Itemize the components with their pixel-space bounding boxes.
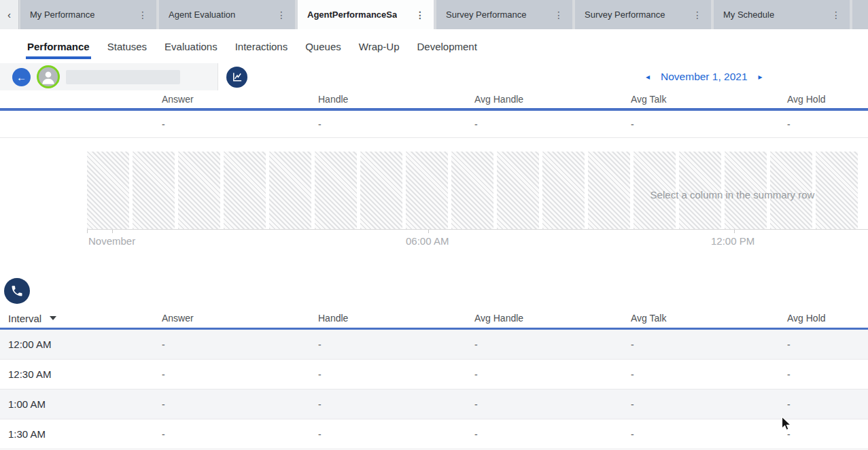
placeholder-bar: [315, 152, 357, 229]
interval-cell: 1:00 AM: [0, 398, 162, 410]
summary-cell[interactable]: -: [474, 119, 631, 130]
media-type-row: [0, 252, 868, 309]
tab-menu-icon[interactable]: ⋮: [552, 10, 566, 20]
metric-cell: -: [318, 429, 474, 440]
placeholder-bar: [224, 152, 266, 229]
window-tab-label: AgentPerformanceSa: [307, 10, 397, 20]
axis-tick: [734, 230, 735, 233]
agent-identity-bar: ←: [0, 63, 218, 90]
metric-cell: -: [474, 369, 631, 380]
window-tab[interactable]: My Schedule⋮: [714, 0, 850, 29]
metric-cell: -: [318, 399, 474, 410]
metric-cell: -: [787, 429, 868, 440]
table-row[interactable]: 12:00 AM-----: [0, 330, 868, 360]
summary-table-row[interactable]: -----: [0, 111, 868, 138]
agent-name-redacted: [66, 70, 180, 84]
window-tab-strip: ‹ My Performance⋮Agent Evaluation⋮AgentP…: [0, 0, 868, 29]
placeholder-bar: [133, 152, 175, 229]
interval-table-body: 12:00 AM-----12:30 AM-----1:00 AM-----1:…: [0, 330, 868, 449]
nav-tab-wrap-up[interactable]: Wrap-Up: [359, 29, 400, 63]
section-nav: PerformanceStatusesEvaluationsInteractio…: [0, 29, 868, 63]
placeholder-bar: [269, 152, 311, 229]
nav-tab-evaluations[interactable]: Evaluations: [164, 29, 218, 63]
summary-cell[interactable]: -: [318, 119, 474, 130]
toolbar: ← ◂ November 1, 2021 ▸: [0, 63, 868, 90]
phone-icon: [10, 284, 24, 298]
metric-cell: -: [318, 339, 474, 350]
nav-tab-interactions[interactable]: Interactions: [235, 29, 288, 63]
placeholder-bar: [451, 152, 493, 229]
window-tab[interactable]: Survey Performance⋮: [575, 0, 711, 29]
window-tabs: My Performance⋮Agent Evaluation⋮AgentPer…: [19, 0, 868, 29]
metric-cell: -: [162, 429, 318, 440]
placeholder-bar: [360, 152, 402, 229]
date-navigator: ◂ November 1, 2021 ▸: [646, 63, 763, 90]
axis-tick: [428, 230, 429, 233]
tab-scroll-left-button[interactable]: ‹: [0, 0, 19, 29]
axis-tick: [87, 230, 88, 233]
performance-chart: November 06:00 AM 12:00 PM Select a colu…: [0, 138, 868, 252]
nav-tab-queues[interactable]: Queues: [305, 29, 341, 63]
metric-cell: -: [631, 429, 787, 440]
next-day-button[interactable]: ▸: [759, 73, 763, 81]
voice-media-button[interactable]: [4, 278, 30, 304]
table-row[interactable]: 1:30 AM-----: [0, 419, 868, 449]
summary-cell[interactable]: -: [787, 119, 868, 130]
tab-menu-icon[interactable]: ⋮: [829, 10, 843, 20]
summary-column-header[interactable]: Avg Hold: [787, 94, 868, 105]
window-tab[interactable]: Survey Performance⋮: [436, 0, 572, 29]
nav-tab-performance[interactable]: Performance: [27, 29, 90, 63]
window-tab[interactable]: My Performance⋮: [20, 0, 156, 29]
table-row[interactable]: 1:00 AM-----: [0, 390, 868, 419]
interval-table-column-header[interactable]: Avg Hold: [787, 313, 868, 324]
tab-menu-icon[interactable]: ⋮: [691, 10, 704, 20]
placeholder-bar: [406, 152, 448, 229]
axis-label-start: November: [88, 235, 135, 247]
tab-menu-icon[interactable]: ⋮: [136, 10, 150, 20]
window-tab-label: Survey Performance: [446, 10, 527, 20]
interval-cell: 1:30 AM: [0, 428, 162, 440]
sort-caret-icon[interactable]: [50, 316, 56, 320]
nav-tab-development[interactable]: Development: [417, 29, 477, 63]
chart-view-button[interactable]: [226, 67, 247, 88]
tab-menu-icon[interactable]: ⋮: [275, 10, 288, 20]
summary-column-header[interactable]: Handle: [318, 94, 474, 105]
metric-cell: -: [162, 399, 318, 410]
previous-day-button[interactable]: ◂: [646, 73, 650, 81]
tab-menu-icon[interactable]: ⋮: [413, 10, 427, 20]
metric-cell: -: [787, 369, 868, 380]
agent-performance-page: ‹ My Performance⋮Agent Evaluation⋮AgentP…: [0, 0, 868, 450]
table-row[interactable]: 12:30 AM-----: [0, 360, 868, 390]
interval-header-label: Interval: [8, 313, 41, 324]
interval-column-header[interactable]: Interval: [0, 313, 162, 324]
summary-cell[interactable]: -: [162, 119, 318, 130]
window-tab[interactable]: [852, 0, 868, 29]
summary-column-header[interactable]: Answer: [162, 94, 318, 105]
interval-table-column-header[interactable]: Answer: [162, 313, 318, 324]
window-tab[interactable]: AgentPerformanceSa⋮: [298, 0, 434, 29]
metric-cell: -: [787, 339, 868, 350]
window-tab[interactable]: Agent Evaluation⋮: [159, 0, 295, 29]
axis-label-mid: 06:00 AM: [406, 235, 449, 247]
person-icon: [39, 68, 57, 86]
back-button[interactable]: ←: [12, 68, 31, 86]
axis-tick: [112, 230, 113, 233]
metric-cell: -: [162, 369, 318, 380]
chart-x-axis: [87, 229, 868, 230]
summary-cell[interactable]: -: [631, 119, 787, 130]
window-tab-label: My Schedule: [723, 10, 774, 20]
interval-cell: 12:30 AM: [0, 368, 162, 380]
agent-avatar[interactable]: [37, 65, 60, 88]
metric-cell: -: [787, 399, 868, 410]
line-chart-icon: [231, 71, 243, 83]
summary-column-header[interactable]: Avg Handle: [474, 94, 631, 105]
window-tab-label: Agent Evaluation: [169, 10, 235, 20]
summary-column-header[interactable]: Avg Talk: [631, 94, 787, 105]
nav-tab-statuses[interactable]: Statuses: [107, 29, 147, 63]
interval-cell: 12:00 AM: [0, 339, 162, 350]
interval-table-column-header[interactable]: Handle: [318, 313, 474, 324]
interval-table-column-header[interactable]: Avg Talk: [631, 313, 787, 324]
current-date-label[interactable]: November 1, 2021: [661, 71, 748, 83]
metric-cell: -: [631, 339, 787, 350]
interval-table-column-header[interactable]: Avg Handle: [474, 313, 631, 324]
